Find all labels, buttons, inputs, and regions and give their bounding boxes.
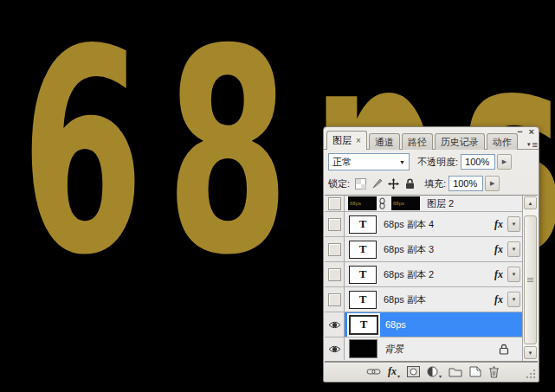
layer-name: 68ps: [385, 319, 406, 330]
background-layer-thumbnail[interactable]: [349, 339, 378, 358]
background-lock-icon: [499, 344, 509, 355]
layer-fx-icon[interactable]: fx: [494, 268, 503, 281]
layer-style-fx-label: fx: [388, 365, 397, 378]
layer-row-copy1[interactable]: T 68ps 副本 fx ▼: [325, 287, 523, 312]
fill-label: 填充:: [424, 177, 446, 190]
layer-fx-icon[interactable]: fx: [494, 243, 503, 256]
close-icon[interactable]: ×: [529, 127, 534, 137]
layer-mask-thumbnail[interactable]: 68ps: [391, 196, 420, 210]
layer-name: 68ps 副本 4: [384, 218, 434, 231]
visibility-empty-box: [328, 268, 341, 281]
fx-expand-button[interactable]: ▼: [507, 267, 520, 282]
layers-panel: − × ▼ ≡ 图层 × 通道 路径 历史记录 动作 正常 ▼ 不透明度: 10…: [323, 126, 539, 382]
eye-icon: [328, 344, 341, 354]
blend-mode-select[interactable]: 正常 ▼: [328, 153, 410, 170]
fill-spinner-button[interactable]: ▶: [485, 176, 500, 191]
layer-thumbnail[interactable]: 68ps: [348, 196, 377, 210]
panel-menu-lines-icon: ≡: [532, 139, 537, 150]
eye-icon: [328, 320, 341, 330]
lock-label: 锁定:: [328, 177, 350, 190]
visibility-toggle[interactable]: [325, 237, 345, 261]
panel-menu-arrow-icon: ▼: [526, 142, 532, 147]
text-layer-thumbnail[interactable]: T: [349, 215, 377, 234]
panel-menu-button[interactable]: ▼ ≡: [526, 139, 537, 150]
tab-close-icon[interactable]: ×: [356, 132, 361, 150]
opacity-spinner-button[interactable]: ▶: [497, 154, 512, 170]
layer-row-layer2[interactable]: 68ps 68ps 图层 2: [325, 196, 523, 212]
layer-fx-icon[interactable]: fx: [494, 218, 503, 231]
visibility-toggle[interactable]: [325, 196, 345, 211]
scroll-down-button[interactable]: ▼: [524, 346, 537, 359]
layer-row-copy2[interactable]: T 68ps 副本 2 fx ▼: [325, 262, 523, 287]
layer-list: 68ps 68ps 图层 2 T 68ps 副本 4 fx ▼: [325, 195, 538, 362]
tab-layers[interactable]: 图层 ×: [326, 131, 367, 150]
layer-list-scrollbar[interactable]: ▲ ▼: [522, 196, 538, 361]
layer-name: 68ps 副本 2: [384, 268, 434, 281]
text-layer-thumbnail[interactable]: T: [349, 266, 377, 284]
minimize-icon[interactable]: −: [517, 127, 522, 137]
layer-row-68ps-selected[interactable]: T 68ps: [325, 312, 523, 337]
visibility-toggle[interactable]: [325, 287, 345, 312]
opacity-input[interactable]: 100%: [461, 154, 495, 170]
layer-name: 68ps 副本: [384, 293, 426, 306]
tab-history[interactable]: 历史记录: [435, 133, 485, 150]
layer-style-icon[interactable]: fx ▾: [388, 365, 400, 379]
delete-layer-trash-icon[interactable]: [488, 365, 500, 379]
layer-fx-icon[interactable]: fx: [494, 293, 503, 306]
scrollbar-thumb[interactable]: [524, 215, 537, 344]
visibility-toggle[interactable]: [325, 337, 345, 360]
layer-name: 图层 2: [427, 197, 454, 210]
lock-row: 锁定: 填充: 100% ▶: [328, 174, 535, 193]
fx-expand-button[interactable]: ▼: [507, 292, 520, 307]
add-layer-mask-icon[interactable]: [407, 365, 420, 379]
visibility-empty-box: [328, 293, 341, 306]
blend-mode-value: 正常: [332, 156, 352, 169]
lock-icons: [354, 177, 416, 190]
visibility-toggle[interactable]: [325, 212, 345, 236]
panel-resize-grip[interactable]: [526, 369, 536, 379]
panel-window-buttons: − ×: [517, 127, 534, 137]
adjustment-layer-icon[interactable]: ▾: [427, 365, 442, 379]
visibility-empty-box: [328, 243, 341, 256]
fx-expand-button[interactable]: ▼: [507, 216, 520, 232]
text-layer-thumbnail[interactable]: T: [349, 241, 377, 259]
lock-position-move-icon[interactable]: [387, 177, 400, 190]
new-layer-icon[interactable]: [469, 365, 481, 379]
link-mask-icon[interactable]: [378, 197, 386, 209]
tab-channels[interactable]: 通道: [369, 133, 400, 150]
opacity-label: 不透明度:: [417, 156, 458, 169]
fx-expand-button[interactable]: ▼: [507, 241, 520, 257]
text-layer-thumbnail[interactable]: T: [349, 291, 377, 309]
link-layers-icon[interactable]: [366, 365, 381, 379]
lock-transparency-icon[interactable]: [354, 177, 367, 190]
new-group-icon[interactable]: [449, 365, 462, 379]
chevron-down-icon: ▼: [399, 159, 405, 165]
fill-input[interactable]: 100%: [449, 176, 483, 191]
adjustment-expand-icon: ▾: [439, 373, 442, 379]
lock-all-icon[interactable]: [403, 177, 416, 190]
layer-name: 68ps 副本 3: [384, 243, 434, 256]
text-layer-thumbnail[interactable]: T: [349, 315, 378, 335]
layer-row-background[interactable]: 背景: [325, 337, 523, 360]
style-expand-icon: ▾: [397, 373, 400, 379]
layers-panel-toolbar: fx ▾ ▾: [325, 362, 538, 381]
panel-tabs: 图层 × 通道 路径 历史记录 动作: [326, 131, 520, 150]
scrollbar-grip: [527, 278, 533, 282]
visibility-toggle[interactable]: [325, 312, 345, 337]
layer-row-copy4[interactable]: T 68ps 副本 4 fx ▼: [325, 212, 523, 237]
lock-pixels-brush-icon[interactable]: [371, 177, 384, 190]
tab-actions[interactable]: 动作: [487, 133, 518, 150]
visibility-empty-box: [328, 218, 341, 231]
tab-layers-label: 图层: [332, 132, 352, 150]
blend-row: 正常 ▼ 不透明度: 100% ▶: [328, 152, 535, 171]
layer-name: 背景: [384, 343, 403, 356]
layer-row-copy3[interactable]: T 68ps 副本 3 fx ▼: [325, 237, 523, 262]
scroll-up-button[interactable]: ▲: [524, 196, 537, 209]
layer-rows: 68ps 68ps 图层 2 T 68ps 副本 4 fx ▼: [325, 196, 523, 361]
visibility-empty-box: [328, 197, 341, 210]
tab-paths[interactable]: 路径: [402, 133, 433, 150]
visibility-toggle[interactable]: [325, 262, 345, 286]
